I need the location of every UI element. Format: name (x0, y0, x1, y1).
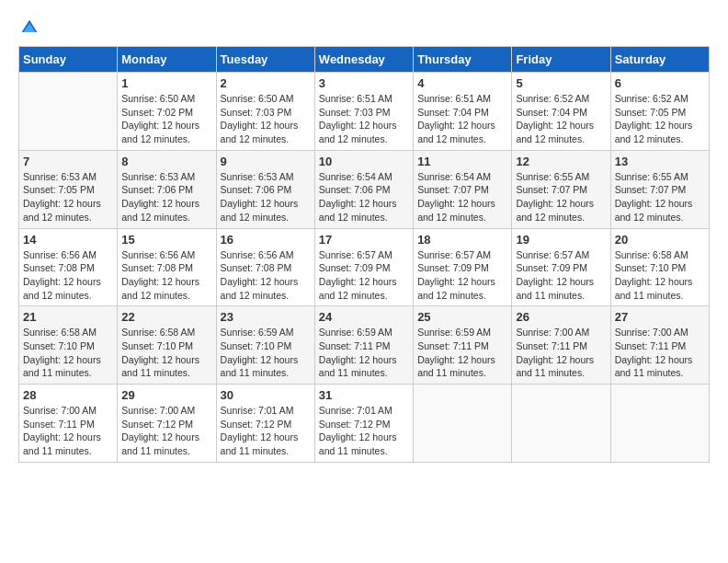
day-info: Sunrise: 6:59 AMSunset: 7:10 PMDaylight:… (221, 326, 311, 380)
calendar-cell: 3Sunrise: 6:51 AMSunset: 7:03 PMDaylight… (314, 73, 413, 151)
day-number: 21 (23, 310, 113, 324)
day-number: 27 (615, 310, 705, 324)
day-info: Sunrise: 6:54 AMSunset: 7:07 PMDaylight:… (417, 170, 507, 224)
page-header (18, 18, 710, 37)
calendar-cell: 10Sunrise: 6:54 AMSunset: 7:06 PMDayligh… (314, 150, 413, 228)
calendar-cell: 21Sunrise: 6:58 AMSunset: 7:10 PMDayligh… (19, 306, 118, 385)
day-number: 4 (417, 76, 507, 90)
day-info: Sunrise: 6:55 AMSunset: 7:07 PMDaylight:… (516, 170, 606, 224)
calendar-header-row: SundayMondayTuesdayWednesdayThursdayFrid… (19, 47, 710, 73)
day-info: Sunrise: 6:58 AMSunset: 7:10 PMDaylight:… (615, 248, 705, 303)
calendar-cell: 13Sunrise: 6:55 AMSunset: 7:07 PMDayligh… (610, 150, 709, 228)
day-number: 8 (121, 155, 211, 168)
calendar-cell (19, 73, 118, 151)
day-info: Sunrise: 7:00 AMSunset: 7:11 PMDaylight:… (23, 404, 113, 458)
calendar-cell: 9Sunrise: 6:53 AMSunset: 7:06 PMDaylight… (216, 150, 314, 228)
day-info: Sunrise: 6:59 AMSunset: 7:11 PMDaylight:… (417, 326, 507, 380)
calendar-cell: 8Sunrise: 6:53 AMSunset: 7:06 PMDaylight… (118, 150, 216, 228)
day-number: 10 (319, 155, 409, 168)
day-number: 22 (121, 310, 211, 324)
day-info: Sunrise: 6:51 AMSunset: 7:04 PMDaylight:… (417, 92, 507, 146)
day-number: 24 (319, 310, 409, 324)
calendar-cell: 15Sunrise: 6:56 AMSunset: 7:08 PMDayligh… (118, 228, 216, 306)
day-number: 13 (615, 155, 705, 168)
day-info: Sunrise: 7:01 AMSunset: 7:12 PMDaylight:… (319, 404, 409, 458)
logo-icon (20, 18, 39, 37)
day-number: 19 (516, 233, 606, 247)
day-number: 28 (23, 388, 113, 402)
day-number: 31 (319, 388, 409, 402)
day-info: Sunrise: 6:58 AMSunset: 7:10 PMDaylight:… (23, 326, 113, 380)
day-number: 6 (615, 76, 705, 90)
day-number: 16 (221, 233, 311, 247)
week-row-4: 21Sunrise: 6:58 AMSunset: 7:10 PMDayligh… (19, 306, 710, 385)
calendar-cell: 28Sunrise: 7:00 AMSunset: 7:11 PMDayligh… (19, 385, 118, 463)
day-number: 3 (319, 76, 409, 90)
day-info: Sunrise: 6:54 AMSunset: 7:06 PMDaylight:… (319, 170, 409, 224)
header-friday: Friday (512, 47, 610, 73)
day-info: Sunrise: 6:56 AMSunset: 7:08 PMDaylight:… (221, 248, 311, 303)
day-info: Sunrise: 6:51 AMSunset: 7:03 PMDaylight:… (319, 92, 409, 146)
week-row-1: 1Sunrise: 6:50 AMSunset: 7:02 PMDaylight… (19, 73, 710, 151)
calendar-cell: 14Sunrise: 6:56 AMSunset: 7:08 PMDayligh… (19, 228, 118, 306)
calendar-cell (512, 385, 610, 463)
day-info: Sunrise: 6:57 AMSunset: 7:09 PMDaylight:… (516, 248, 606, 303)
calendar-cell: 17Sunrise: 6:57 AMSunset: 7:09 PMDayligh… (314, 228, 413, 306)
day-number: 5 (516, 76, 606, 90)
calendar-cell: 31Sunrise: 7:01 AMSunset: 7:12 PMDayligh… (314, 385, 413, 463)
header-thursday: Thursday (414, 47, 512, 73)
day-number: 1 (121, 76, 211, 90)
day-number: 30 (221, 388, 311, 402)
header-saturday: Saturday (610, 47, 709, 73)
calendar-cell (610, 385, 709, 463)
day-info: Sunrise: 6:53 AMSunset: 7:06 PMDaylight:… (221, 170, 311, 224)
day-number: 18 (417, 233, 507, 247)
day-info: Sunrise: 6:59 AMSunset: 7:11 PMDaylight:… (319, 326, 409, 380)
calendar-cell: 26Sunrise: 7:00 AMSunset: 7:11 PMDayligh… (512, 306, 610, 385)
day-info: Sunrise: 6:50 AMSunset: 7:03 PMDaylight:… (221, 92, 311, 146)
calendar-cell: 20Sunrise: 6:58 AMSunset: 7:10 PMDayligh… (610, 228, 709, 306)
calendar-cell: 5Sunrise: 6:52 AMSunset: 7:04 PMDaylight… (512, 73, 610, 151)
day-number: 12 (516, 155, 606, 168)
day-info: Sunrise: 6:57 AMSunset: 7:09 PMDaylight:… (319, 248, 409, 303)
day-number: 11 (417, 155, 507, 168)
day-number: 15 (121, 233, 211, 247)
calendar-cell: 25Sunrise: 6:59 AMSunset: 7:11 PMDayligh… (414, 306, 512, 385)
calendar-cell: 30Sunrise: 7:01 AMSunset: 7:12 PMDayligh… (216, 385, 314, 463)
day-number: 29 (121, 388, 211, 402)
day-number: 23 (221, 310, 311, 324)
day-info: Sunrise: 6:55 AMSunset: 7:07 PMDaylight:… (615, 170, 705, 224)
day-info: Sunrise: 7:00 AMSunset: 7:12 PMDaylight:… (121, 404, 211, 458)
calendar-cell: 29Sunrise: 7:00 AMSunset: 7:12 PMDayligh… (118, 385, 216, 463)
calendar-cell: 18Sunrise: 6:57 AMSunset: 7:09 PMDayligh… (414, 228, 512, 306)
day-number: 2 (221, 76, 311, 90)
day-info: Sunrise: 7:00 AMSunset: 7:11 PMDaylight:… (516, 326, 606, 380)
calendar-cell: 24Sunrise: 6:59 AMSunset: 7:11 PMDayligh… (314, 306, 413, 385)
day-info: Sunrise: 6:56 AMSunset: 7:08 PMDaylight:… (121, 248, 211, 303)
header-monday: Monday (118, 47, 216, 73)
day-info: Sunrise: 6:56 AMSunset: 7:08 PMDaylight:… (23, 248, 113, 303)
header-sunday: Sunday (19, 47, 118, 73)
week-row-5: 28Sunrise: 7:00 AMSunset: 7:11 PMDayligh… (19, 385, 710, 463)
calendar-cell: 16Sunrise: 6:56 AMSunset: 7:08 PMDayligh… (216, 228, 314, 306)
day-number: 26 (516, 310, 606, 324)
header-wednesday: Wednesday (314, 47, 413, 73)
calendar-cell: 19Sunrise: 6:57 AMSunset: 7:09 PMDayligh… (512, 228, 610, 306)
day-info: Sunrise: 6:53 AMSunset: 7:05 PMDaylight:… (23, 170, 113, 224)
day-number: 7 (23, 155, 113, 168)
day-info: Sunrise: 6:52 AMSunset: 7:04 PMDaylight:… (516, 92, 606, 146)
day-number: 17 (319, 233, 409, 247)
day-info: Sunrise: 6:53 AMSunset: 7:06 PMDaylight:… (121, 170, 211, 224)
day-info: Sunrise: 6:52 AMSunset: 7:05 PMDaylight:… (615, 92, 705, 146)
calendar-cell: 22Sunrise: 6:58 AMSunset: 7:10 PMDayligh… (118, 306, 216, 385)
calendar-cell: 4Sunrise: 6:51 AMSunset: 7:04 PMDaylight… (414, 73, 512, 151)
day-info: Sunrise: 7:00 AMSunset: 7:11 PMDaylight:… (615, 326, 705, 380)
calendar-cell: 1Sunrise: 6:50 AMSunset: 7:02 PMDaylight… (118, 73, 216, 151)
day-number: 14 (23, 233, 113, 247)
calendar-cell: 27Sunrise: 7:00 AMSunset: 7:11 PMDayligh… (610, 306, 709, 385)
calendar-cell (414, 385, 512, 463)
day-info: Sunrise: 7:01 AMSunset: 7:12 PMDaylight:… (221, 404, 311, 458)
day-info: Sunrise: 6:50 AMSunset: 7:02 PMDaylight:… (121, 92, 211, 146)
day-number: 9 (221, 155, 311, 168)
week-row-3: 14Sunrise: 6:56 AMSunset: 7:08 PMDayligh… (19, 228, 710, 306)
